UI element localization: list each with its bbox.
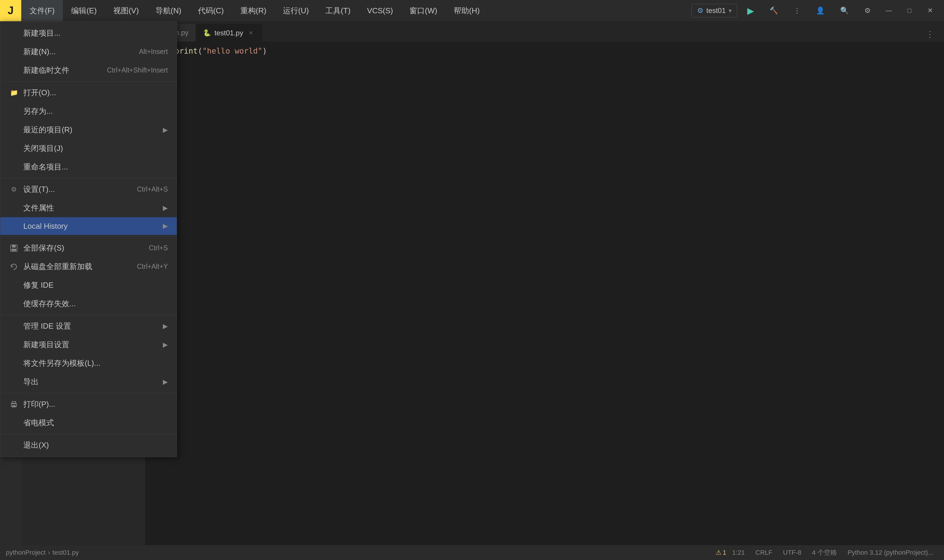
tab-bar-actions: ⋮	[916, 27, 944, 42]
separator-3	[0, 237, 177, 237]
menu-view[interactable]: 视图(V)	[105, 0, 147, 21]
cache-icon	[9, 299, 19, 309]
project-indicator[interactable]: ⚙ test01 ▾	[691, 4, 737, 17]
menu-window[interactable]: 窗口(W)	[401, 0, 446, 21]
menu-power-save[interactable]: 省电模式	[0, 414, 177, 432]
build-button[interactable]: 🔨	[764, 4, 784, 17]
menu-recent[interactable]: 最近的项目(R) ▶	[0, 120, 177, 139]
menu-new-temp[interactable]: 新建临时文件 Ctrl+Alt+Shift+Insert	[0, 61, 177, 80]
menu-invalidate-cache[interactable]: 使缓存存失效...	[0, 294, 177, 313]
menu-bar: 文件(F) 编辑(E) 视图(V) 导航(N) 代码(C) 重构(R) 运行(U…	[21, 0, 691, 21]
maximize-button[interactable]: □	[902, 3, 918, 18]
menu-reload[interactable]: 从磁盘全部重新加载 Ctrl+Alt+Y	[0, 257, 177, 276]
status-position[interactable]: 1:21	[728, 549, 750, 557]
close-button[interactable]: ✕	[922, 3, 938, 18]
breadcrumb-project[interactable]: pythonProject	[6, 549, 46, 557]
menu-close-project[interactable]: 关闭项目(J)	[0, 139, 177, 158]
menu-manage-ide[interactable]: 管理 IDE 设置 ▶	[0, 317, 177, 335]
more-actions-button[interactable]: ⋮	[788, 4, 806, 17]
search-button[interactable]: 🔍	[835, 4, 854, 17]
print-icon	[9, 400, 19, 409]
menu-save-as-template[interactable]: 将文件另存为模板(L)...	[0, 354, 177, 372]
code-area[interactable]: print("hello world")	[169, 42, 944, 545]
menu-new-project[interactable]: 新建项目...	[0, 24, 177, 42]
recent-icon	[9, 125, 19, 135]
menu-vcs[interactable]: VCS(S)	[359, 0, 401, 21]
menu-file-props[interactable]: 文件属性 ▶	[0, 198, 177, 217]
separator-2	[0, 178, 177, 178]
breadcrumb-file[interactable]: test01.py	[52, 549, 79, 557]
open-icon: 📁	[9, 88, 19, 98]
status-python-version[interactable]: Python 3.12 (pythonProject)...	[843, 549, 938, 557]
manage-ide-arrow: ▶	[163, 322, 168, 330]
menu-save-as[interactable]: 另存为...	[0, 102, 177, 120]
rename-icon	[9, 162, 19, 172]
exit-icon	[9, 441, 19, 450]
menu-open[interactable]: 📁 打开(O)...	[0, 83, 177, 102]
menu-export[interactable]: 导出 ▶	[0, 372, 177, 391]
file-menu-dropdown: 新建项目... 新建(N)... Alt+Insert 新建临时文件 Ctrl+…	[0, 21, 177, 457]
tab-more-button[interactable]: ⋮	[921, 27, 939, 42]
menu-run[interactable]: 运行(U)	[275, 0, 317, 21]
user-button[interactable]: 👤	[811, 4, 830, 17]
menu-file[interactable]: 文件(F)	[21, 0, 63, 21]
menu-edit[interactable]: 编辑(E)	[63, 0, 105, 21]
status-breadcrumb: pythonProject › test01.py	[6, 549, 79, 557]
main-layout: 📁	[0, 21, 944, 545]
tab-bar: 🐍 main.py 🐍 test01.py ✕ ⋮	[145, 21, 944, 42]
warning-count-status: 1	[723, 549, 726, 557]
new-project-settings-icon	[9, 340, 19, 349]
save-template-icon	[9, 359, 19, 368]
menu-code[interactable]: 代码(C)	[190, 0, 232, 21]
tab-close-button[interactable]: ✕	[247, 29, 255, 37]
new-icon	[9, 47, 19, 57]
menu-save-all[interactable]: 全部保存(S) Ctrl+S	[0, 239, 177, 257]
save-all-icon	[9, 243, 19, 253]
warning-status: ⚠	[716, 549, 722, 557]
svg-rect-17	[11, 249, 16, 251]
status-indent[interactable]: 4 个空格	[807, 548, 842, 557]
editor-area: 🐍 main.py 🐍 test01.py ✕ ⋮ 1 print("hello…	[145, 21, 944, 545]
export-icon	[9, 377, 19, 387]
close-project-icon	[9, 144, 19, 153]
export-arrow: ▶	[163, 378, 168, 386]
manage-ide-icon	[9, 322, 19, 331]
svg-rect-16	[12, 245, 15, 248]
new-temp-icon	[9, 66, 19, 75]
menu-help[interactable]: 帮助(H)	[446, 0, 488, 21]
reload-icon	[9, 262, 19, 271]
status-bar: pythonProject › test01.py ⚠ 1 1:21 CRLF …	[0, 545, 944, 560]
menu-new[interactable]: 新建(N)... Alt+Insert	[0, 42, 177, 61]
settings-menu-icon: ⚙	[9, 185, 19, 194]
test01-python-icon: 🐍	[203, 29, 211, 37]
status-encoding[interactable]: UTF-8	[778, 549, 806, 557]
file-props-arrow: ▶	[163, 204, 168, 212]
run-button[interactable]: ▶	[742, 3, 759, 18]
recent-arrow: ▶	[163, 126, 168, 134]
menu-local-history[interactable]: Local History ▶	[0, 217, 177, 235]
menu-print[interactable]: 打印(P)...	[0, 395, 177, 414]
settings-button[interactable]: ⚙	[859, 4, 876, 17]
status-right: ⚠ 1 1:21 CRLF UTF-8 4 个空格 Python 3.12 (p…	[716, 548, 938, 557]
menu-tools[interactable]: 工具(T)	[317, 0, 359, 21]
menu-settings[interactable]: ⚙ 设置(T)... Ctrl+Alt+S	[0, 180, 177, 198]
svg-rect-20	[12, 405, 15, 407]
new-project-icon	[9, 29, 19, 38]
editor-content: 1 print("hello world") ⚠ 1 ▲ ▼	[145, 42, 944, 545]
status-line-ending[interactable]: CRLF	[751, 549, 777, 557]
local-history-icon	[9, 222, 19, 231]
minimize-button[interactable]: —	[881, 3, 897, 18]
separator-5	[0, 393, 177, 393]
app-logo: J	[0, 0, 21, 21]
menu-refactor[interactable]: 重构(R)	[232, 0, 275, 21]
menu-exit[interactable]: 退出(X)	[0, 436, 177, 454]
new-project-settings-arrow: ▶	[163, 341, 168, 349]
menu-rename-project[interactable]: 重命名项目...	[0, 158, 177, 176]
menu-navigate[interactable]: 导航(N)	[147, 0, 190, 21]
breadcrumb-sep: ›	[48, 549, 50, 557]
local-history-arrow: ▶	[163, 222, 168, 230]
menu-repair-ide[interactable]: 修复 IDE	[0, 276, 177, 294]
menu-new-project-settings[interactable]: 新建项目设置 ▶	[0, 335, 177, 354]
file-props-icon	[9, 203, 19, 213]
tab-test01[interactable]: 🐍 test01.py ✕	[196, 24, 262, 42]
